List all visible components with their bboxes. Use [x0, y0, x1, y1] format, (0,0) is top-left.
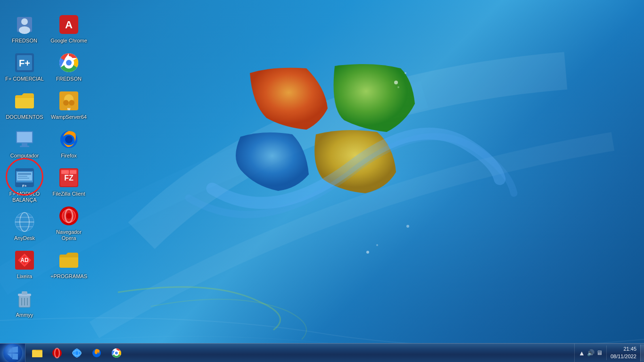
- firefox-icon: [58, 128, 80, 151]
- start-orb: [3, 344, 22, 362]
- svg-point-65: [73, 349, 81, 357]
- svg-point-60: [66, 213, 72, 219]
- svg-point-63: [52, 348, 62, 358]
- icon-fredson[interactable]: FREDSON: [3, 10, 46, 47]
- svg-point-71: [115, 352, 118, 354]
- icon-rede[interactable]: AnyDesk: [3, 208, 46, 244]
- svg-text:FZ: FZ: [64, 174, 74, 182]
- anydesk-label: Lixeira: [17, 273, 32, 280]
- svg-rect-21: [18, 176, 27, 177]
- desktop: FREDSON F+ F+ COMERCIAL DO: [0, 0, 644, 362]
- documentos-label: DOCUMENTOS: [6, 114, 43, 120]
- svg-point-6: [406, 225, 409, 228]
- svg-text:F+: F+: [22, 184, 27, 188]
- lixeira-label: Ammyy: [16, 312, 33, 318]
- clock-date: 08/11/2022: [611, 353, 636, 360]
- svg-point-2: [405, 72, 406, 74]
- documentos-icon: [13, 90, 36, 112]
- taskbar-chrome[interactable]: [107, 345, 126, 362]
- svg-point-4: [366, 251, 369, 254]
- programas-icon: [58, 249, 80, 272]
- svg-rect-14: [17, 132, 32, 142]
- taskbar: ▲ 🔊 🖥 21:45 08/11/2022: [0, 343, 644, 362]
- svg-rect-16: [20, 146, 29, 147]
- tray-icons: ▲ 🔊 🖥: [578, 349, 603, 357]
- svg-rect-54: [61, 170, 69, 174]
- rede-label: AnyDesk: [14, 235, 35, 241]
- google-chrome-label: FREDSON: [56, 76, 82, 82]
- ammyy-icon: A: [58, 13, 80, 36]
- lixeira-icon: [13, 288, 36, 310]
- svg-point-50: [65, 136, 73, 143]
- filezilla-icon: FZ: [58, 166, 80, 189]
- icon-anydesk[interactable]: AD Lixeira: [3, 246, 46, 282]
- svg-text:A: A: [65, 19, 73, 31]
- computador-label: Computador: [10, 153, 39, 159]
- svg-point-46: [63, 100, 69, 106]
- svg-point-43: [66, 60, 72, 66]
- icon-documentos[interactable]: DOCUMENTOS: [3, 87, 46, 123]
- svg-text:F+: F+: [19, 58, 30, 68]
- svg-rect-62: [32, 351, 42, 357]
- clock-time: 21:45: [623, 346, 636, 353]
- fredson-label: FREDSON: [12, 38, 37, 44]
- fplus-modulo-balanca-label: F+ MODULO BALANÇA: [5, 191, 44, 203]
- svg-rect-55: [70, 170, 76, 174]
- icon-firefox[interactable]: Firefox: [48, 125, 90, 162]
- icon-wampserver[interactable]: W WampServer64: [48, 87, 90, 123]
- desktop-icons-container: FREDSON F+ F+ COMERCIAL DO: [0, 5, 104, 344]
- anydesk-icon: AD: [13, 249, 36, 272]
- wampserver-icon: W: [58, 90, 80, 112]
- icon-programas[interactable]: +PROGRAMAS: [48, 246, 90, 282]
- computador-icon: [13, 128, 36, 151]
- tray-monitor[interactable]: 🖥: [596, 349, 603, 356]
- icon-lixeira[interactable]: Ammyy: [3, 285, 46, 321]
- google-chrome-icon: [58, 51, 80, 74]
- start-button[interactable]: [0, 344, 25, 362]
- fplus-comercial-icon: F+: [13, 51, 36, 74]
- opera-label: Navegador Opera: [50, 229, 88, 241]
- tray-expand[interactable]: ▲: [578, 349, 585, 357]
- svg-point-5: [376, 244, 378, 246]
- wampserver-label: WampServer64: [51, 114, 87, 120]
- taskbar-firefox[interactable]: [87, 345, 106, 362]
- tray-volume[interactable]: 🔊: [587, 349, 594, 356]
- icon-google-chrome[interactable]: FREDSON: [48, 49, 90, 85]
- taskbar-ie[interactable]: [67, 345, 86, 362]
- taskbar-explorer[interactable]: [28, 345, 47, 362]
- svg-rect-15: [22, 143, 27, 146]
- svg-point-3: [397, 86, 399, 88]
- programas-label: +PROGRAMAS: [50, 273, 87, 280]
- svg-rect-20: [18, 173, 31, 175]
- filezilla-label: FileZilla Client: [52, 191, 85, 197]
- firefox-label: Firefox: [61, 153, 77, 159]
- icon-filezilla[interactable]: FZ FileZilla Client: [48, 164, 90, 200]
- ammyy-label: Google Chrome: [50, 38, 87, 44]
- fplus-modulo-balanca-icon: F+: [13, 166, 36, 189]
- svg-point-9: [19, 26, 30, 34]
- taskbar-opera[interactable]: [48, 345, 66, 362]
- icon-fplus-comercial[interactable]: F+ F+ COMERCIAL: [3, 49, 46, 85]
- svg-text:W: W: [67, 107, 71, 111]
- svg-text:AD: AD: [20, 257, 29, 263]
- icon-computador[interactable]: Computador: [3, 125, 46, 162]
- opera-icon: [58, 205, 80, 227]
- svg-point-8: [21, 18, 28, 25]
- icon-fplus-modulo-balanca[interactable]: F+ F+ MODULO BALANÇA: [3, 164, 46, 206]
- fplus-comercial-label: F+ COMERCIAL: [5, 76, 44, 82]
- svg-point-1: [394, 81, 398, 84]
- fredson-icon: [13, 13, 36, 36]
- taskbar-items: [25, 344, 574, 362]
- show-desktop-button[interactable]: [640, 345, 644, 362]
- taskbar-clock[interactable]: 21:45 08/11/2022: [606, 346, 640, 360]
- svg-rect-35: [22, 291, 27, 295]
- svg-point-47: [69, 100, 74, 106]
- system-tray: ▲ 🔊 🖥: [574, 344, 606, 362]
- rede-icon: [13, 211, 36, 233]
- icon-opera[interactable]: Navegador Opera: [48, 202, 90, 244]
- icon-ammyy[interactable]: A Google Chrome: [48, 10, 90, 47]
- svg-rect-22: [18, 178, 29, 179]
